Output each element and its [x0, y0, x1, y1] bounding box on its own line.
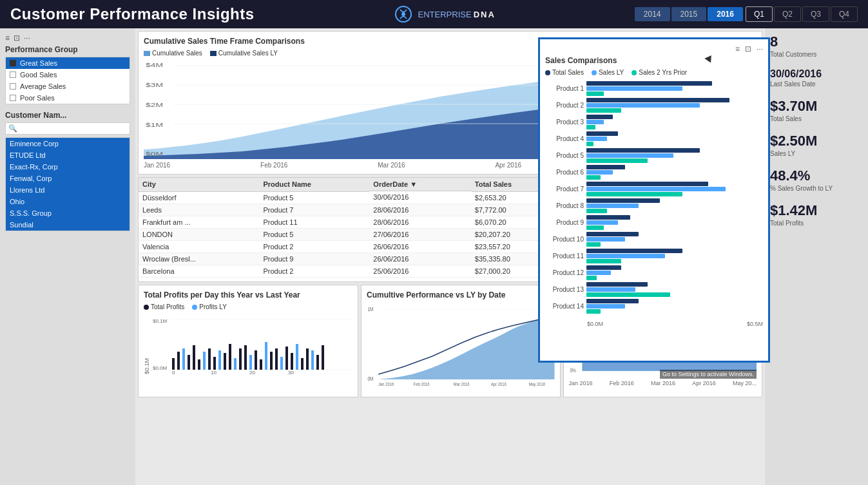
svg-text:Apr 2016: Apr 2016: [491, 381, 506, 387]
expand-icon[interactable]: ⊡: [14, 33, 20, 43]
panel-icons: ≡ ⊡ ···: [5, 33, 30, 43]
sc-bar-total: [586, 215, 630, 220]
sc-bar-2yr: [586, 292, 670, 297]
filter-item-good-sales[interactable]: Good Sales: [6, 69, 130, 81]
sc-legend-2yr-dot: [632, 70, 637, 75]
sc-product-label: Product 6: [545, 169, 584, 176]
customer-exact-rx[interactable]: Exact-Rx, Corp: [6, 161, 130, 173]
sc-bar-ly: [586, 86, 682, 91]
customer-sundial[interactable]: Sundial: [6, 219, 130, 231]
customer-ohio[interactable]: Ohio: [6, 196, 130, 207]
sc-bar-2yr: [586, 259, 621, 263]
customer-search-input[interactable]: [20, 125, 127, 133]
kpi-total-profits: $1.42M Total Profits: [770, 202, 863, 227]
year-tabs: 2014 2015 2016: [635, 7, 743, 21]
svg-rect-27: [234, 358, 236, 370]
filter-item-average-sales[interactable]: Average Sales: [6, 81, 130, 92]
quarter-tab-q4[interactable]: Q4: [831, 6, 858, 22]
customer-filter-title: Customer Nam...: [5, 111, 130, 120]
cumulative-chart-title: Cumulative Sales Time Frame Comparisons: [144, 37, 305, 46]
bottom-profits-title: Total Profits per Day this Year vs Last …: [144, 290, 352, 300]
svg-rect-39: [296, 344, 298, 370]
windows-notice: Go to Settings to activate Windows.: [660, 370, 757, 379]
kpi-profits-value: $1.42M: [770, 202, 863, 219]
svg-rect-31: [255, 350, 257, 370]
sc-bar-2yr: [586, 242, 601, 247]
customer-search-box[interactable]: 🔍: [5, 122, 130, 135]
sc-product-row: Product 12: [545, 265, 763, 280]
svg-rect-33: [265, 342, 267, 370]
legend-total-profits: Total Profits: [144, 303, 184, 310]
svg-text:0: 0: [172, 370, 175, 374]
sc-product-row: Product 14: [545, 299, 763, 314]
customer-etude[interactable]: ETUDE Ltd: [6, 149, 130, 161]
logo-container: ENTERPRISE DNA: [394, 5, 496, 24]
quarter-tab-q1[interactable]: Q1: [746, 6, 773, 22]
legend-cumulative-sales: Cumulative Sales: [144, 50, 202, 57]
more-icon[interactable]: ···: [24, 33, 30, 43]
quarter-tab-q2[interactable]: Q2: [774, 6, 801, 22]
legend-profits-ly-dot: [192, 305, 197, 310]
sc-bar-total: [586, 299, 639, 303]
sc-product-label: Product 9: [545, 219, 584, 226]
sc-bar-ly: [586, 237, 625, 242]
year-tab-2016[interactable]: 2016: [708, 7, 743, 21]
sc-product-bars: [586, 115, 763, 129]
hamburger-icon[interactable]: ≡: [5, 33, 10, 43]
checkbox-great-sales: [10, 60, 16, 66]
sc-product-label: Product 3: [545, 119, 584, 126]
sc-bar-total: [586, 198, 660, 203]
sc-product-label: Product 2: [545, 102, 584, 109]
year-tab-2014[interactable]: 2014: [635, 7, 670, 21]
sc-bar-total: [586, 98, 729, 102]
svg-text:Jan 2016: Jan 2016: [378, 381, 394, 386]
year-tab-2015[interactable]: 2015: [671, 7, 707, 21]
sc-more-icon[interactable]: ···: [757, 44, 763, 53]
svg-text:$2M: $2M: [146, 102, 163, 108]
legend-cumulative-sales-color: [144, 51, 150, 56]
sc-product-label: Product 10: [545, 236, 584, 243]
customer-eminence[interactable]: Eminence Corp: [6, 138, 130, 149]
col-date[interactable]: OrderDate ▼: [369, 178, 470, 191]
col-product[interactable]: Product Name: [259, 178, 369, 191]
sc-product-row: Product 10: [545, 232, 763, 247]
bottom-profits-panel: Total Profits per Day this Year vs Last …: [138, 285, 358, 397]
svg-text:Mar 2016: Mar 2016: [454, 381, 470, 386]
sc-product-label: Product 4: [545, 135, 584, 142]
sc-bar-ly: [586, 204, 639, 208]
legend-cumulative-sales-ly: Cumulative Sales LY: [210, 50, 278, 57]
quarter-tab-q3[interactable]: Q3: [802, 6, 829, 22]
performance-panel-header: ≡ ⊡ ···: [5, 33, 130, 43]
col-city[interactable]: City: [139, 178, 259, 191]
sc-product-row: Product 9: [545, 215, 763, 230]
svg-text:10: 10: [211, 370, 217, 374]
sc-panel-header: ≡ ⊡ ···: [545, 44, 763, 53]
svg-text:$0M: $0M: [146, 151, 163, 157]
sc-panel-title: Sales Comparisons: [545, 56, 763, 65]
sc-bar-total: [586, 282, 648, 287]
filter-item-poor-sales[interactable]: Poor Sales: [6, 92, 130, 104]
svg-text:0M: 0M: [367, 376, 373, 382]
sc-product-label: Product 5: [545, 152, 584, 159]
sc-product-bars: [586, 198, 763, 213]
checkbox-good-sales: [10, 71, 16, 78]
kpi-sales-ly-value: $2.50M: [770, 133, 863, 149]
sc-bar-2yr: [586, 91, 604, 96]
sc-hamburger-icon[interactable]: ≡: [735, 44, 740, 53]
sc-bar-2yr: [586, 276, 597, 280]
sc-x-axis: $0.0M $0.5M: [545, 321, 763, 327]
bottom-cumulative-svg: 1M 0M Jan 2016 Feb 2016 Mar 2016 Apr 201…: [367, 303, 555, 387]
checkbox-poor-sales: [10, 95, 16, 101]
sc-product-bars: [586, 98, 763, 113]
customer-fenwal[interactable]: Fenwal, Corp: [6, 173, 130, 184]
filter-item-great-sales[interactable]: Great Sales: [6, 57, 130, 69]
customer-llorens[interactable]: Llorens Ltd: [6, 184, 130, 196]
sc-bar-ly: [586, 271, 611, 275]
svg-rect-18: [188, 355, 190, 370]
customer-sss[interactable]: S.S.S. Group: [6, 207, 130, 219]
sc-bar-2yr: [586, 158, 648, 163]
svg-text:$1M: $1M: [146, 122, 163, 128]
sc-product-bars: [586, 249, 763, 263]
sc-expand-icon[interactable]: ⊡: [745, 44, 751, 53]
svg-rect-29: [244, 345, 247, 370]
